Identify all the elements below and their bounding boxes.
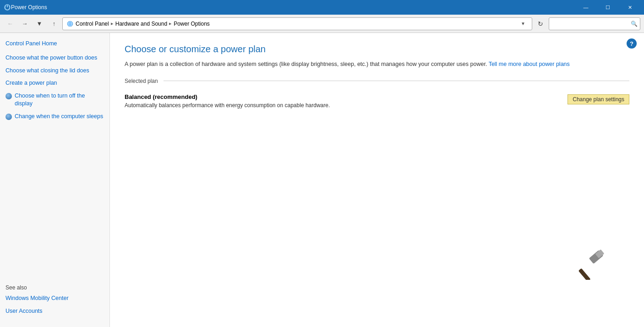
sidebar-link-turn-off-display-label: Choose when to turn off the display: [15, 92, 104, 108]
main-container: Control Panel Home Choose what the power…: [0, 33, 644, 327]
see-also-label: See also: [5, 284, 104, 291]
sidebar-link-mobility-center[interactable]: Windows Mobility Center: [5, 294, 104, 303]
sidebar-link-closing-lid-label: Choose what closing the lid does: [5, 67, 89, 75]
close-button[interactable]: ✕: [619, 0, 640, 15]
address-dropdown-button[interactable]: ▼: [518, 19, 528, 29]
tell-me-link[interactable]: Tell me more about power plans: [489, 61, 570, 67]
plan-info: Balanced (recommended) Automatically bal…: [125, 93, 330, 109]
address-field[interactable]: Control Panel ▸ Hardware and Sound ▸ Pow…: [62, 17, 532, 30]
breadcrumb-hardware-sound[interactable]: Hardware and Sound: [115, 21, 167, 27]
plan-name: Balanced (recommended): [125, 93, 330, 100]
change-plan-button[interactable]: Change plan settings: [568, 94, 629, 104]
hammer-illustration: [575, 248, 607, 281]
selected-plan-header: Selected plan: [125, 78, 629, 84]
sidebar-link-computer-sleeps-label: Change when the computer sleeps: [15, 113, 103, 121]
back-button[interactable]: ←: [4, 17, 16, 30]
sidebar-link-create-plan-label: Create a power plan: [5, 79, 57, 87]
app-icon: [4, 4, 11, 11]
plan-row: Balanced (recommended) Automatically bal…: [125, 90, 629, 112]
help-button[interactable]: ?: [627, 38, 637, 49]
sidebar-link-power-button-label: Choose what the power button does: [5, 54, 97, 62]
window-title: Power Options: [11, 4, 575, 11]
location-icon: [66, 20, 74, 27]
content-area: ? Choose or customize a power plan A pow…: [110, 33, 644, 327]
globe-icon-small-2: [5, 114, 12, 120]
forward-button[interactable]: →: [18, 17, 31, 30]
sidebar-link-closing-lid[interactable]: Choose what closing the lid does: [5, 67, 104, 75]
globe-icon-small: [5, 93, 12, 99]
title-bar: Power Options — ☐ ✕: [0, 0, 644, 15]
content-description: A power plan is a collection of hardware…: [125, 60, 629, 69]
sidebar-link-user-accounts-label: User Accounts: [5, 307, 43, 316]
hammer-icon: [575, 248, 607, 280]
recent-locations-button[interactable]: ▼: [33, 17, 46, 30]
see-also-section: See also Windows Mobility Center User Ac…: [5, 277, 104, 320]
address-bar: ← → ▼ ↑ Control Panel ▸ Hardware and Sou…: [0, 15, 644, 33]
breadcrumb-power-options[interactable]: Power Options: [174, 21, 210, 27]
refresh-button[interactable]: ↻: [534, 17, 547, 30]
breadcrumb-control-panel[interactable]: Control Panel: [76, 21, 109, 27]
sidebar-link-user-accounts[interactable]: User Accounts: [5, 307, 104, 316]
svg-rect-7: [579, 268, 591, 280]
minimize-button[interactable]: —: [575, 0, 596, 15]
selected-plan-divider: [164, 81, 629, 81]
sidebar: Control Panel Home Choose what the power…: [0, 33, 110, 327]
breadcrumb: Control Panel ▸ Hardware and Sound ▸ Pow…: [76, 21, 516, 27]
maximize-button[interactable]: ☐: [597, 0, 618, 15]
sidebar-control-panel-home[interactable]: Control Panel Home: [5, 40, 104, 47]
page-title: Choose or customize a power plan: [125, 44, 629, 54]
sidebar-link-computer-sleeps[interactable]: Change when the computer sleeps: [5, 113, 104, 121]
plan-desc: Automatically balances performance with …: [125, 102, 330, 109]
selected-plan-label: Selected plan: [125, 78, 158, 84]
up-button[interactable]: ↑: [48, 17, 60, 30]
window-controls: — ☐ ✕: [575, 0, 640, 15]
search-wrapper: 🔍: [549, 17, 640, 30]
sidebar-link-create-plan[interactable]: Create a power plan: [5, 79, 104, 87]
search-icon: 🔍: [631, 21, 638, 27]
sidebar-link-turn-off-display[interactable]: Choose when to turn off the display: [5, 92, 104, 108]
search-input[interactable]: [549, 17, 640, 30]
sidebar-link-mobility-center-label: Windows Mobility Center: [5, 294, 69, 303]
sidebar-link-power-button[interactable]: Choose what the power button does: [5, 54, 104, 62]
